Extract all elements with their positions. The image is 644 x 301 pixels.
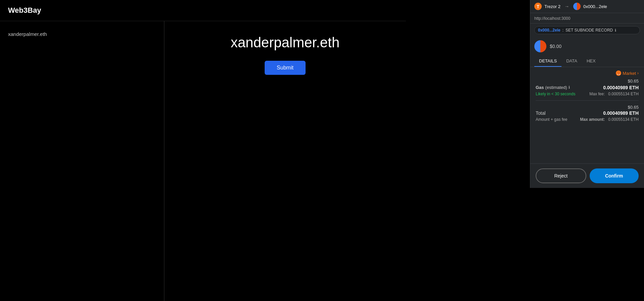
total-label: Total	[536, 110, 546, 116]
balance-avatar	[534, 40, 546, 52]
wallet-url-bar: http://localhost:3000	[530, 13, 644, 23]
wallet-address-short: 0x000...2ele	[583, 4, 607, 9]
market-label: Market	[623, 71, 636, 76]
total-usd: $0.65	[536, 105, 639, 110]
confirm-button[interactable]: Confirm	[590, 168, 639, 183]
action-label: SET SUBNODE RECORD	[566, 28, 613, 33]
wallet-url-text: http://localhost:3000	[534, 16, 570, 21]
left-domain-label: xanderpalmer.eth	[8, 31, 47, 37]
max-amount-value: 0.00055134 ETH	[608, 117, 639, 122]
right-panel: xanderpalmer.eth Submit	[164, 21, 406, 301]
app-title: Web3Bay	[8, 6, 41, 14]
wallet-account: T Trezor 2 → 0x000...2ele	[534, 3, 607, 10]
wallet-tabs: DETAILS DATA HEX	[530, 56, 644, 67]
max-amount-label: Max amount:	[580, 117, 605, 122]
market-row: 🦊 Market ›	[536, 70, 639, 76]
divider	[536, 100, 639, 101]
gas-eth-value: 0.00040989 ETH	[603, 85, 639, 90]
balance-amount: $0.00	[550, 44, 561, 49]
action-address: 0x000...2ele	[538, 28, 560, 33]
fox-icon: 🦊	[616, 70, 621, 76]
total-eth: 0.00040989 ETH	[603, 110, 639, 116]
wallet-panel: T Trezor 2 → 0x000...2ele http://localho…	[530, 0, 644, 188]
tab-hex[interactable]: HEX	[582, 56, 600, 67]
reject-button[interactable]: Reject	[536, 168, 586, 183]
domain-title: xanderpalmer.eth	[231, 35, 340, 51]
total-section: $0.65 Total 0.00040989 ETH Amount + gas …	[536, 105, 639, 122]
total-row: Total 0.00040989 ETH	[536, 110, 639, 116]
wallet-avatar	[573, 3, 581, 10]
svg-text:🦊: 🦊	[617, 71, 621, 76]
tab-data[interactable]: DATA	[561, 56, 582, 67]
market-link[interactable]: 🦊 Market ›	[616, 70, 639, 76]
submit-button[interactable]: Submit	[265, 61, 306, 75]
wallet-arrow: →	[565, 4, 569, 9]
gas-label: Gas (estimated) ℹ	[536, 85, 570, 90]
max-fee-value: 0.00055134 ETH	[608, 92, 639, 96]
wallet-details: 🦊 Market › $0.65 Gas (estimated) ℹ 0.000…	[530, 67, 644, 163]
amount-gas-row: Amount + gas fee Max amount: 0.00055134 …	[536, 117, 639, 122]
svg-text:T: T	[537, 4, 539, 9]
action-separator: :	[562, 28, 564, 33]
gas-label-text: Gas	[536, 85, 544, 90]
likely-text: Likely in < 30 seconds	[536, 92, 575, 96]
wallet-action-badge: 0x000...2ele : SET SUBNODE RECORD ℹ	[534, 26, 640, 34]
max-fee-label: Max fee: 0.00055134 ETH	[589, 92, 639, 96]
content-area: xanderpalmer.eth xanderpalmer.eth Submit	[0, 21, 406, 301]
main-area: Web3Bay xanderpalmer.eth xanderpalmer.et…	[0, 0, 406, 301]
amount-gas-label: Amount + gas fee	[536, 117, 567, 122]
usd-estimate: $0.65	[536, 79, 639, 84]
wallet-account-name: Trezor 2	[544, 4, 560, 9]
info-icon[interactable]: ℹ	[615, 28, 616, 33]
market-chevron-icon: ›	[637, 71, 639, 76]
trezor-icon: T	[534, 3, 542, 10]
likely-row: Likely in < 30 seconds Max fee: 0.000551…	[536, 92, 639, 96]
left-panel: xanderpalmer.eth	[0, 21, 164, 301]
header: Web3Bay	[0, 0, 406, 21]
tab-details[interactable]: DETAILS	[534, 56, 561, 67]
gas-row: Gas (estimated) ℹ 0.00040989 ETH	[536, 85, 639, 90]
wallet-topbar: T Trezor 2 → 0x000...2ele	[530, 0, 644, 13]
gas-sublabel: (estimated)	[545, 85, 567, 90]
wallet-balance-row: $0.00	[530, 37, 644, 54]
wallet-actions: Reject Confirm	[530, 163, 644, 188]
gas-info-icon[interactable]: ℹ	[569, 85, 570, 90]
